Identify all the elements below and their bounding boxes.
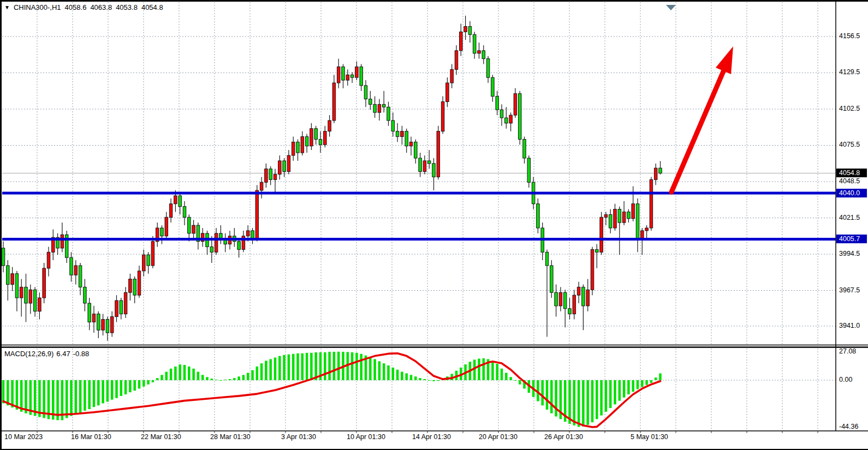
candle-down — [120, 301, 123, 314]
candle-up — [591, 249, 594, 290]
candle-up — [328, 121, 331, 131]
macd-histogram-bar — [16, 380, 19, 410]
candle-down — [106, 319, 109, 333]
price-axis-tick: 3941.0 — [839, 322, 860, 329]
macd-histogram-bar — [229, 379, 231, 380]
macd-histogram-bar — [306, 353, 308, 380]
chart-canvas[interactable] — [0, 0, 868, 450]
macd-histogram-bar — [292, 354, 295, 380]
candle-down — [500, 110, 503, 118]
time-axis-label[interactable]: 20 Apr 01:30 — [479, 433, 518, 441]
time-axis-label[interactable]: 10 Mar 2023 — [4, 433, 43, 441]
candle-down — [527, 158, 531, 182]
macd-axis-tick: 27.08 — [839, 347, 856, 355]
candle-up — [654, 168, 657, 179]
macd-histogram-bar — [97, 380, 100, 405]
macd-histogram-bar — [75, 380, 78, 415]
candle-up — [165, 217, 168, 236]
time-axis-label[interactable]: 3 Apr 01:30 — [281, 433, 316, 441]
macd-histogram-bar — [586, 380, 589, 425]
macd-histogram-bar — [188, 367, 191, 380]
chevron-down-icon[interactable]: ▼ — [4, 4, 10, 11]
macd-histogram-bar — [152, 380, 154, 382]
candle-up — [115, 301, 118, 317]
candlestick-series[interactable] — [2, 16, 662, 341]
candle-up — [274, 174, 277, 179]
candle-down — [523, 139, 526, 158]
candle-up — [47, 252, 50, 268]
macd-histogram-bar — [124, 380, 127, 394]
macd-histogram-bar — [106, 380, 109, 402]
macd-histogram-bar — [627, 380, 630, 394]
candle-down — [70, 257, 73, 275]
macd-histogram-bar — [251, 370, 254, 380]
macd-histogram-bar — [120, 380, 123, 396]
macd-histogram-bar — [424, 379, 426, 380]
chart-window: ▼ CHINA300-,H1 4058.6 4063.8 4053.8 4054… — [0, 0, 868, 450]
candle-up — [110, 317, 114, 333]
candle-up — [401, 131, 404, 137]
candle-up — [604, 214, 608, 217]
macd-histogram-bar — [437, 380, 440, 381]
candle-down — [405, 131, 408, 146]
candle-up — [355, 67, 359, 77]
price-axis-tick: 4048.5 — [839, 177, 860, 185]
time-axis-label[interactable]: 5 May 01:30 — [631, 433, 668, 441]
macd-histogram-bar — [360, 354, 362, 380]
macd-histogram-bar — [632, 380, 634, 392]
macd-histogram-bar — [600, 380, 603, 416]
price-axis-tick: 4129.5 — [839, 68, 860, 76]
time-axis-label[interactable]: 28 Mar 01:30 — [210, 433, 251, 441]
macd-histogram-bar — [66, 380, 68, 418]
candle-up — [460, 32, 463, 50]
price-axis-tick: 4156.5 — [839, 32, 860, 40]
candle-up — [409, 142, 413, 146]
macd-histogram-bar — [278, 356, 281, 380]
macd-histogram-bar — [405, 373, 408, 380]
macd-histogram-bar — [555, 380, 557, 417]
macd-histogram-bar — [88, 380, 91, 409]
trend-arrow[interactable] — [671, 46, 733, 192]
frame-left — [0, 0, 2, 450]
candle-up — [332, 83, 336, 121]
candle-down — [25, 287, 28, 303]
macd-histogram-bar — [605, 380, 608, 412]
macd-histogram-bar — [373, 359, 376, 380]
candle-up — [441, 101, 444, 131]
candle-up — [255, 190, 259, 239]
candle-down — [414, 142, 418, 158]
macd-histogram-bar — [491, 361, 494, 380]
candle-down — [97, 314, 100, 331]
macd-histogram-bar — [355, 353, 358, 380]
price-axis-tick: 4102.5 — [839, 105, 860, 112]
time-axis-label[interactable]: 26 Apr 01:30 — [544, 433, 583, 441]
macd-series[interactable] — [2, 352, 662, 427]
price-axis-tick: 4021.5 — [839, 214, 860, 221]
time-axis-label[interactable]: 14 Apr 01:30 — [412, 433, 451, 441]
time-axis-label[interactable]: 10 Apr 01:30 — [347, 433, 385, 441]
macd-histogram-bar — [133, 380, 136, 391]
macd-histogram-bar — [179, 364, 181, 380]
candle-down — [350, 75, 354, 77]
candle-down — [33, 290, 37, 311]
time-axis-label[interactable]: 22 Mar 01:30 — [141, 433, 181, 441]
macd-histogram-bar — [478, 358, 480, 380]
candle-up — [645, 228, 649, 231]
time-axis-label[interactable]: 16 Mar 01:30 — [71, 433, 111, 441]
candle-up — [450, 69, 454, 83]
candle-down — [496, 97, 499, 110]
chart-shift-marker-icon[interactable] — [666, 5, 676, 10]
candle-up — [577, 287, 580, 295]
macd-histogram-bar — [383, 363, 385, 380]
bar-high-value: 4063.8 — [90, 3, 112, 11]
macd-histogram-bar — [396, 370, 399, 380]
candle-up — [192, 225, 195, 233]
macd-histogram-bar — [410, 375, 413, 380]
candle-down — [342, 67, 345, 80]
candle-up — [246, 231, 249, 236]
macd-histogram-bar — [269, 359, 272, 380]
macd-histogram-bar — [224, 380, 227, 380]
bar-close-value: 4054.8 — [141, 3, 163, 11]
candle-up — [292, 142, 295, 155]
candle-up — [301, 136, 304, 153]
